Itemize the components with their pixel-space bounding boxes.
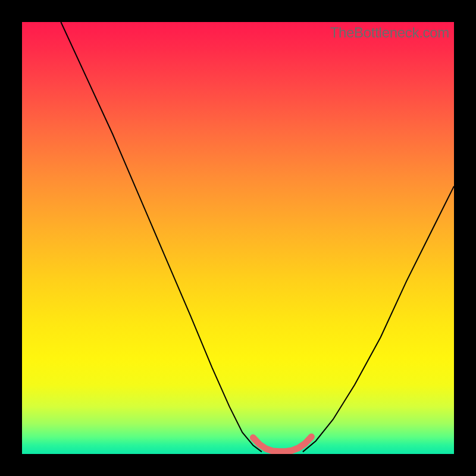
plot-area: TheBottleneck.com [22, 22, 454, 454]
right-arm-line [303, 186, 454, 452]
valley-floor-line [253, 437, 311, 452]
outer-frame: TheBottleneck.com [0, 0, 476, 476]
curve-layer [22, 22, 454, 454]
left-arm-line [61, 22, 262, 452]
watermark-text: TheBottleneck.com [330, 24, 449, 41]
